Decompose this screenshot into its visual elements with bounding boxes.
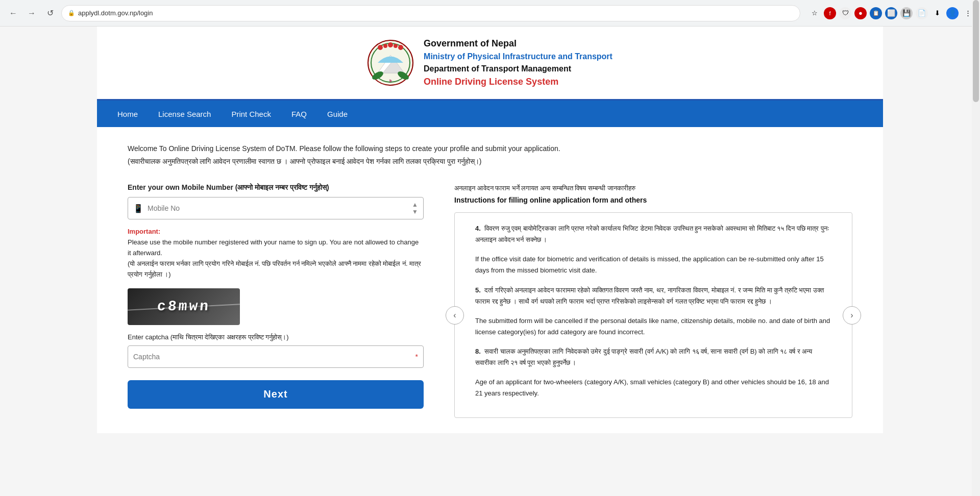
forward-button[interactable]: →: [24, 6, 39, 20]
content-area: Welcome To Online Driving License System…: [97, 127, 883, 433]
page: 🇳🇵 Government of Nepal Ministry of Physi…: [97, 27, 883, 433]
next-button[interactable]: Next: [128, 380, 424, 409]
captcha-image: c8mwn: [128, 288, 240, 325]
ext-icon-7[interactable]: 📄: [916, 7, 928, 19]
address-bar[interactable]: 🔒 applydl.dotm.gov.np/login: [61, 5, 800, 21]
mobile-label: Enter your own Mobile Number (आफ्नो मोबा…: [128, 183, 424, 192]
captcha-label: Enter captcha (माथि चित्रमा देखिएका अक्ष…: [128, 333, 424, 341]
carousel-prev-button[interactable]: ‹: [446, 306, 464, 325]
welcome-line2: (सवारीचालक अनुमतिपत्रको लागि आवेदन प्रणा…: [128, 155, 852, 168]
ext-icon-4[interactable]: 📋: [870, 7, 882, 19]
spinner-arrows[interactable]: ▲▼: [412, 201, 418, 215]
right-column: अनलाइन आवेदन फाराम भर्ने लगायत अन्य सम्ब…: [454, 183, 852, 418]
instruction-item-4-nepali: 4. विवरण रुजु एवम् बायोमेट्रिकका लागि प्…: [475, 223, 831, 245]
ext-icon-1[interactable]: f: [824, 7, 836, 19]
profile-icon[interactable]: 👤: [946, 7, 959, 19]
site-header: 🇳🇵 Government of Nepal Ministry of Physi…: [97, 27, 883, 101]
important-body: Please use the mobile number registered …: [128, 237, 424, 280]
ext-icon-6[interactable]: 💾: [900, 7, 913, 19]
mobile-input-wrapper[interactable]: 📱 ▲▼: [128, 197, 424, 219]
bookmark-icon[interactable]: ☆: [808, 7, 821, 19]
mobile-input[interactable]: [148, 204, 412, 212]
nav-home[interactable]: Home: [117, 108, 138, 120]
refresh-button[interactable]: ↺: [43, 6, 57, 20]
instructions-english-header: Instructions for filling online applicat…: [454, 196, 852, 204]
instructions-box: ‹ 4. विवरण रुजु एवम् बायोमेट्रिकका लागि …: [454, 212, 852, 418]
government-emblem: 🇳🇵: [368, 40, 413, 86]
instruction-item-8-nepali: 8. सवारी चालक अनुमतिपत्रका लागि निवेदकको…: [475, 346, 831, 368]
main-nav: Home License Search Print Check FAQ Guid…: [97, 101, 883, 127]
welcome-text: Welcome To Online Driving License System…: [128, 142, 852, 168]
nav-print-check[interactable]: Print Check: [231, 108, 271, 120]
two-column-layout: Enter your own Mobile Number (आफ्नो मोबा…: [128, 183, 852, 418]
captcha-input[interactable]: [133, 353, 415, 361]
system-name: Online Driving License System: [424, 75, 612, 89]
browser-chrome: ← → ↺ 🔒 applydl.dotm.gov.np/login ☆ f 🛡 …: [0, 0, 980, 27]
welcome-line1: Welcome To Online Driving License System…: [128, 142, 852, 155]
scrollbar[interactable]: [972, 0, 980, 433]
important-label: Important:: [128, 228, 424, 235]
header-text: Government of Nepal Ministry of Physical…: [424, 37, 612, 89]
browser-actions: ☆ f 🛡 ● 📋 ⬜ 💾 📄 ⬇ 👤 ⋮: [808, 7, 974, 19]
svg-point-7: [383, 44, 387, 48]
svg-point-4: [378, 45, 383, 50]
ext-icon-2[interactable]: 🛡: [839, 7, 851, 19]
required-star: *: [415, 353, 418, 361]
ext-icon-5[interactable]: ⬜: [885, 7, 897, 19]
svg-point-6: [398, 45, 403, 50]
left-column: Enter your own Mobile Number (आफ्नो मोबा…: [128, 183, 424, 418]
carousel-next-button[interactable]: ›: [843, 306, 861, 325]
lock-icon: 🔒: [68, 10, 75, 16]
captcha-display-text: c8mwn: [157, 299, 211, 314]
download-icon[interactable]: ⬇: [931, 7, 943, 19]
department: Department of Transport Management: [424, 63, 612, 75]
instructions-nepali-header: अनलाइन आवेदन फाराम भर्ने लगायत अन्य सम्ब…: [454, 183, 852, 194]
ext-icon-3[interactable]: ●: [854, 7, 867, 19]
svg-text:🇳🇵: 🇳🇵: [389, 79, 393, 83]
ministry: Ministry of Physical Infrastructure and …: [424, 51, 612, 63]
nav-license-search[interactable]: License Search: [158, 108, 211, 120]
url-text: applydl.dotm.gov.np/login: [78, 9, 153, 17]
instruction-item-5-nepali: 5. दर्ता गरिएको अनलाइन आवेदन फाराममा रहे…: [475, 285, 831, 307]
back-button[interactable]: ←: [6, 6, 20, 20]
nav-faq[interactable]: FAQ: [291, 108, 307, 120]
svg-point-8: [394, 44, 398, 48]
instruction-item-5-english: The submitted form will be cancelled if …: [475, 315, 831, 338]
captcha-input-wrapper[interactable]: *: [128, 345, 424, 368]
instruction-item-8-english: Age of an applicant for two-wheelers (ca…: [475, 377, 831, 399]
instruction-item-4-english: If the office visit date for biometric a…: [475, 254, 831, 276]
phone-icon: 📱: [133, 204, 143, 213]
gov-name: Government of Nepal: [424, 37, 612, 51]
scrollbar-thumb[interactable]: [973, 0, 979, 102]
nav-guide[interactable]: Guide: [327, 108, 348, 120]
svg-point-5: [388, 42, 393, 47]
